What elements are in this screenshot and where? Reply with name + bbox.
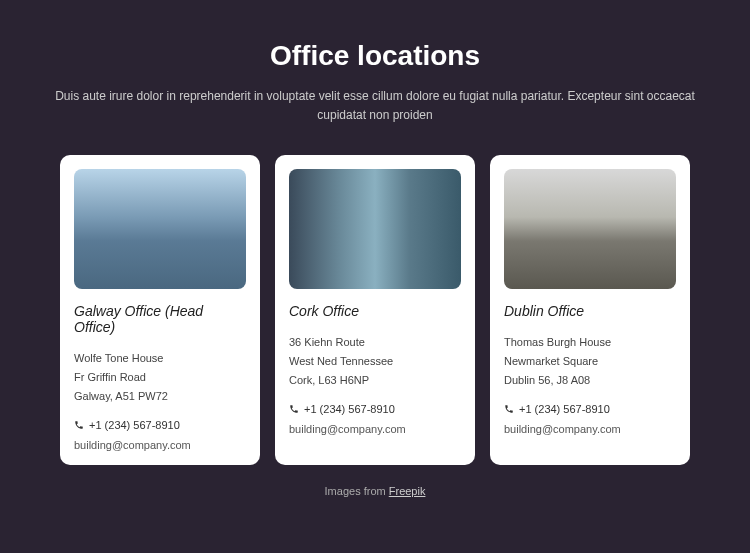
footer-text: Images from: [325, 485, 389, 497]
phone-icon: [74, 420, 84, 430]
office-image: [74, 169, 246, 289]
address-line: Galway, A51 PW72: [74, 387, 246, 406]
office-card: Dublin Office Thomas Burgh House Newmark…: [490, 155, 690, 465]
footer-link[interactable]: Freepik: [389, 485, 426, 497]
office-name: Cork Office: [289, 303, 461, 319]
office-email: building@company.com: [504, 423, 676, 435]
footer-credit: Images from Freepik: [50, 485, 700, 497]
phone-icon: [504, 404, 514, 414]
office-image: [289, 169, 461, 289]
office-email: building@company.com: [74, 439, 246, 451]
phone-number: +1 (234) 567-8910: [519, 403, 610, 415]
address-line: Thomas Burgh House: [504, 333, 676, 352]
office-address: Wolfe Tone House Fr Griffin Road Galway,…: [74, 349, 246, 405]
phone-icon: [289, 404, 299, 414]
office-card: Cork Office 36 Kiehn Route West Ned Tenn…: [275, 155, 475, 465]
address-line: Newmarket Square: [504, 352, 676, 371]
office-name: Dublin Office: [504, 303, 676, 319]
office-name: Galway Office (Head Office): [74, 303, 246, 335]
phone-number: +1 (234) 567-8910: [304, 403, 395, 415]
address-line: Dublin 56, J8 A08: [504, 371, 676, 390]
phone-number: +1 (234) 567-8910: [89, 419, 180, 431]
address-line: West Ned Tennessee: [289, 352, 461, 371]
office-cards: Galway Office (Head Office) Wolfe Tone H…: [50, 155, 700, 465]
office-address: 36 Kiehn Route West Ned Tennessee Cork, …: [289, 333, 461, 389]
office-card: Galway Office (Head Office) Wolfe Tone H…: [60, 155, 260, 465]
page-title: Office locations: [50, 40, 700, 72]
address-line: Wolfe Tone House: [74, 349, 246, 368]
page-subtitle: Duis aute irure dolor in reprehenderit i…: [50, 87, 700, 125]
address-line: Cork, L63 H6NP: [289, 371, 461, 390]
office-phone: +1 (234) 567-8910: [74, 419, 246, 431]
office-phone: +1 (234) 567-8910: [504, 403, 676, 415]
office-phone: +1 (234) 567-8910: [289, 403, 461, 415]
office-email: building@company.com: [289, 423, 461, 435]
address-line: 36 Kiehn Route: [289, 333, 461, 352]
office-address: Thomas Burgh House Newmarket Square Dubl…: [504, 333, 676, 389]
office-image: [504, 169, 676, 289]
address-line: Fr Griffin Road: [74, 368, 246, 387]
